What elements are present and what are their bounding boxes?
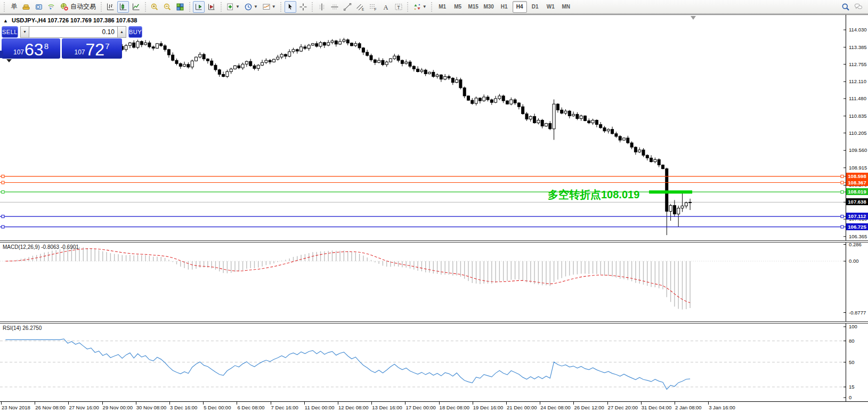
candle-body bbox=[580, 116, 582, 118]
chart-annotation-text[interactable]: 多空转折点108.019 bbox=[548, 188, 639, 202]
dropdown-caret-icon[interactable]: ▼ bbox=[236, 4, 240, 9]
price-axis[interactable]: 114.030113.385112.755112.110111.480110.8… bbox=[846, 15, 868, 401]
auto-scroll-button[interactable] bbox=[193, 1, 205, 13]
dropdown-caret-icon[interactable]: ▼ bbox=[423, 4, 427, 9]
cursor-button[interactable] bbox=[285, 1, 296, 13]
vertical-line-button[interactable] bbox=[316, 1, 328, 13]
resistance-line-1-handle[interactable] bbox=[2, 175, 4, 177]
bars-icon bbox=[106, 3, 115, 11]
resistance-line-1-handle[interactable] bbox=[841, 175, 843, 177]
candle-body bbox=[541, 120, 543, 126]
indicators-button[interactable]: ▼ bbox=[224, 1, 241, 13]
candle-body bbox=[238, 66, 240, 68]
candle-body bbox=[444, 77, 447, 79]
timeframe-w1-button[interactable]: W1 bbox=[543, 1, 558, 13]
timeframe-m30-button[interactable]: M30 bbox=[482, 1, 496, 13]
volume-up-button[interactable]: ▲ bbox=[117, 26, 126, 38]
symbol-period-label: USDJPY-,H4 bbox=[12, 17, 46, 23]
zoom-out-button[interactable] bbox=[161, 1, 173, 13]
new-order-button[interactable]: 单 bbox=[7, 1, 19, 13]
panel-side-tab[interactable] bbox=[0, 51, 3, 58]
candle-body bbox=[249, 61, 252, 66]
pivot-line-handle[interactable] bbox=[2, 191, 4, 193]
timeframe-m15-button[interactable]: M15 bbox=[466, 1, 481, 13]
market-watch-button[interactable] bbox=[20, 1, 32, 13]
bar-chart-button[interactable] bbox=[104, 1, 116, 13]
sell-price[interactable]: 107 63 8 bbox=[2, 38, 60, 59]
buy-button[interactable]: BUY bbox=[128, 26, 142, 38]
macd-axis-tick: 0.00 bbox=[849, 258, 859, 264]
candle-body bbox=[412, 66, 415, 69]
trendline-button[interactable] bbox=[342, 1, 353, 13]
panel-toggle-icon[interactable]: ▲ bbox=[3, 18, 8, 23]
time-axis-label: 24 Dec 08:00 bbox=[540, 405, 571, 410]
chat-button[interactable] bbox=[853, 1, 864, 13]
chart-shift-button[interactable] bbox=[206, 1, 217, 13]
candle-body bbox=[498, 96, 501, 99]
candle-body bbox=[428, 72, 431, 74]
resistance-line-2-handle[interactable] bbox=[2, 181, 4, 184]
navigator-button[interactable] bbox=[33, 1, 45, 13]
dropdown-caret-icon[interactable]: ▼ bbox=[272, 4, 276, 9]
periods-button[interactable]: ▼ bbox=[242, 1, 259, 13]
candle-body bbox=[510, 100, 513, 104]
timeframe-h1-button[interactable]: H1 bbox=[497, 1, 512, 13]
dropdown-caret-icon[interactable]: ▼ bbox=[254, 4, 258, 9]
candle-body bbox=[448, 77, 450, 78]
buy-price-main: 72 bbox=[86, 42, 105, 58]
time-axis[interactable]: 23 Nov 201826 Nov 08:0027 Nov 16:0029 No… bbox=[0, 401, 868, 412]
timeframe-m1-button[interactable]: M1 bbox=[435, 1, 450, 13]
timeframe-d1-button[interactable]: D1 bbox=[528, 1, 542, 13]
support-line-1-handle[interactable] bbox=[841, 215, 843, 218]
horizontal-line-button[interactable] bbox=[329, 1, 340, 13]
candle-body bbox=[506, 101, 509, 104]
text-label-button[interactable]: T bbox=[393, 1, 404, 13]
templates-button[interactable]: ▼ bbox=[261, 1, 278, 13]
text-button[interactable]: A bbox=[380, 1, 392, 13]
resistance-line-2-handle[interactable] bbox=[841, 181, 843, 184]
candlestick-chart-button[interactable] bbox=[117, 1, 129, 13]
volume-down-button[interactable]: ▼ bbox=[20, 26, 29, 38]
pane-splitter-rsi[interactable] bbox=[0, 321, 868, 324]
pane-splitter-macd[interactable] bbox=[0, 240, 868, 243]
buy-price[interactable]: 107 72 7 bbox=[62, 38, 122, 59]
volume-input[interactable] bbox=[29, 26, 117, 38]
candle-body bbox=[280, 54, 283, 57]
tile-windows-button[interactable] bbox=[174, 1, 186, 13]
zoomout-icon bbox=[163, 3, 172, 11]
timeframe-m5-button[interactable]: M5 bbox=[451, 1, 465, 13]
fibonacci-button[interactable]: F bbox=[367, 1, 379, 13]
candle-body bbox=[658, 159, 660, 165]
candle-body bbox=[183, 64, 186, 67]
timeframe-mn-button[interactable]: MN bbox=[559, 1, 573, 13]
signals-button[interactable] bbox=[46, 1, 58, 13]
line-chart-button[interactable] bbox=[130, 1, 142, 13]
candle-body bbox=[288, 52, 291, 56]
timeframe-h4-button[interactable]: H4 bbox=[513, 1, 527, 13]
price-axis-tick: 113.385 bbox=[849, 44, 867, 50]
support-line-2-handle[interactable] bbox=[2, 225, 4, 228]
time-axis-label: 26 Nov 08:00 bbox=[35, 405, 66, 410]
candle-body bbox=[312, 44, 314, 45]
chart-window[interactable]: ▲ USDJPY-,H4 107.726 107.769 107.386 107… bbox=[0, 14, 868, 412]
candle-body bbox=[214, 65, 217, 70]
support-line-1-handle[interactable] bbox=[2, 215, 4, 218]
arrows-button[interactable]: ▼ bbox=[411, 1, 428, 13]
candle-body bbox=[245, 61, 248, 64]
support-line-2-handle[interactable] bbox=[841, 225, 843, 228]
time-axis-label: 29 Nov 00:00 bbox=[103, 405, 133, 410]
search-button[interactable] bbox=[840, 1, 851, 13]
equidistant-channel-button[interactable]: E bbox=[354, 1, 366, 13]
auto-trading-button[interactable]: 自动交易 bbox=[59, 1, 98, 13]
sell-button[interactable]: SELL bbox=[2, 26, 18, 38]
candle-body bbox=[673, 205, 676, 214]
zoom-in-button[interactable] bbox=[149, 1, 160, 13]
new-order-button-label: 单 bbox=[11, 2, 18, 11]
pivot-line-handle[interactable] bbox=[841, 191, 843, 193]
panel-collapse-icon[interactable] bbox=[6, 59, 12, 62]
toolbar-grip bbox=[280, 2, 282, 12]
chart-canvas[interactable] bbox=[0, 15, 846, 401]
svg-text:E: E bbox=[362, 7, 364, 11]
buy-price-prefix: 107 bbox=[75, 49, 85, 55]
crosshair-button[interactable] bbox=[297, 1, 309, 13]
